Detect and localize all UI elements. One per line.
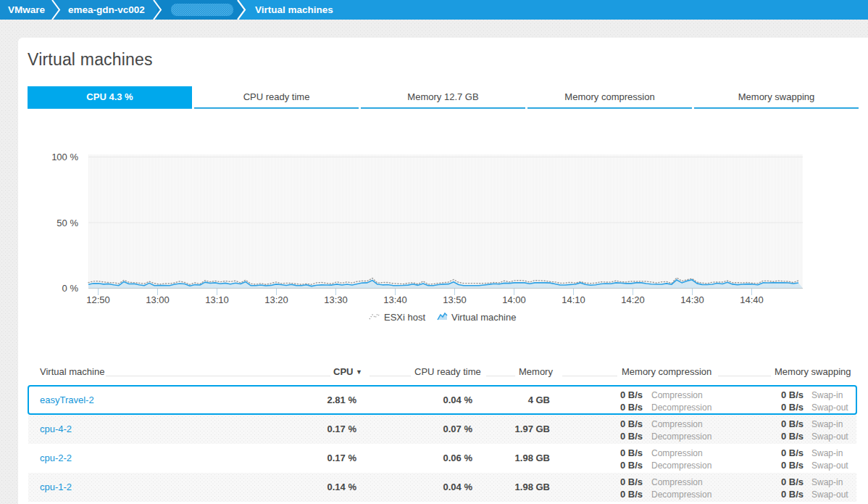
svg-text:emea-gdn-vc002: emea-gdn-vc002 bbox=[68, 4, 145, 15]
svg-text:13:50: 13:50 bbox=[443, 294, 467, 305]
svg-text:13:10: 13:10 bbox=[205, 294, 229, 305]
svg-text:13:00: 13:00 bbox=[146, 294, 170, 305]
svg-text:50 %: 50 % bbox=[57, 218, 78, 228]
svg-text:13:40: 13:40 bbox=[383, 294, 407, 305]
svg-text:13:30: 13:30 bbox=[324, 294, 348, 305]
svg-text:14:10: 14:10 bbox=[562, 294, 585, 305]
svg-text:14:00: 14:00 bbox=[502, 294, 526, 305]
svg-text:100 %: 100 % bbox=[51, 152, 78, 162]
svg-text:13:20: 13:20 bbox=[264, 294, 288, 305]
svg-text:Virtual machine: Virtual machine bbox=[451, 312, 516, 323]
svg-text:12:50: 12:50 bbox=[86, 294, 110, 305]
svg-text:14:40: 14:40 bbox=[740, 294, 764, 305]
svg-text:14:30: 14:30 bbox=[680, 294, 704, 305]
svg-text:ESXi host: ESXi host bbox=[384, 312, 425, 323]
svg-text:VMware: VMware bbox=[8, 4, 46, 15]
svg-text:0 %: 0 % bbox=[62, 283, 79, 294]
svg-text:14:20: 14:20 bbox=[621, 294, 645, 305]
svg-text:Virtual machines: Virtual machines bbox=[255, 4, 333, 15]
